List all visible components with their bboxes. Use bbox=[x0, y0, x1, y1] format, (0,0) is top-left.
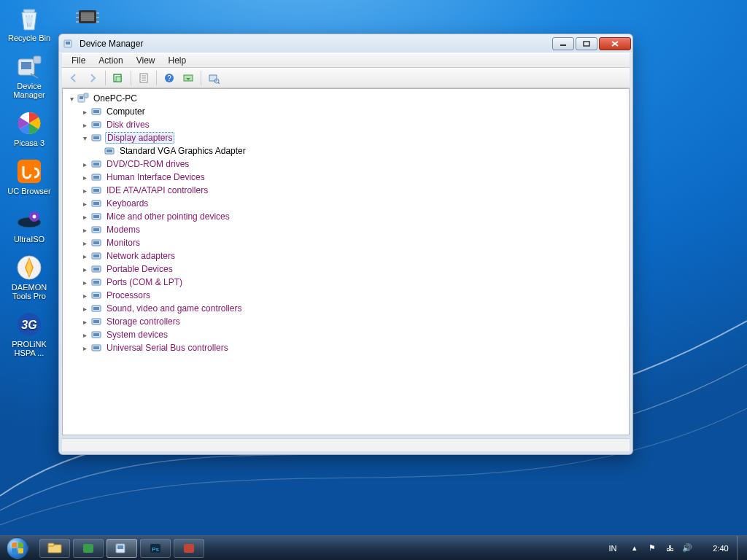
svg-rect-74 bbox=[93, 333, 99, 336]
taskbar-item-explorer[interactable] bbox=[39, 539, 70, 558]
expand-icon[interactable]: ▸ bbox=[80, 199, 89, 208]
desktop-icon-prolink[interactable]: 3G PROLiNK HSPA ... bbox=[4, 309, 54, 357]
tree-node[interactable]: ▸Modems bbox=[63, 223, 629, 236]
tree-node[interactable]: ▸Network adapters bbox=[63, 249, 629, 262]
tray-volume-icon[interactable]: 🔊 bbox=[681, 543, 693, 553]
desktop-icon-picasa[interactable]: Picasa 3 bbox=[4, 108, 54, 147]
menu-action[interactable]: Action bbox=[92, 54, 129, 67]
tree-node[interactable]: ▸Sound, video and game controllers bbox=[63, 302, 629, 315]
device-category-icon bbox=[90, 198, 102, 209]
expand-icon[interactable]: ▸ bbox=[80, 173, 89, 182]
tree-node[interactable]: ▸Portable Devices bbox=[63, 262, 629, 276]
tree-node[interactable]: ▸Storage controllers bbox=[63, 315, 629, 328]
expand-icon[interactable]: ▸ bbox=[80, 225, 89, 234]
svg-rect-72 bbox=[93, 320, 99, 323]
expand-icon[interactable]: ▸ bbox=[80, 186, 89, 195]
tree-node[interactable]: ▾OnePC-PC bbox=[63, 92, 629, 105]
toolbar-show-hidden[interactable] bbox=[109, 70, 127, 86]
tree-node[interactable]: ▾Display adapters bbox=[63, 131, 629, 144]
taskbar-item-app5[interactable] bbox=[174, 539, 204, 558]
show-desktop-button[interactable] bbox=[737, 536, 744, 561]
recycle-bin-icon bbox=[4, 3, 54, 34]
tree-node[interactable]: ▸Monitors bbox=[63, 236, 629, 249]
desktop-icon-ultraiso[interactable]: UltraISO bbox=[4, 204, 54, 244]
expand-icon[interactable]: ▸ bbox=[80, 265, 89, 273]
device-category-icon bbox=[90, 303, 102, 314]
tree-node[interactable]: ▸IDE ATA/ATAPI controllers bbox=[63, 184, 629, 197]
svg-rect-23 bbox=[584, 42, 589, 46]
expand-icon[interactable]: ▸ bbox=[80, 330, 89, 339]
menu-file[interactable]: File bbox=[65, 54, 92, 67]
tree-node[interactable]: ▸Human Interface Devices bbox=[63, 171, 629, 184]
desktop-shortcut-chip[interactable] bbox=[70, 6, 105, 31]
expand-icon[interactable]: ▸ bbox=[80, 291, 89, 300]
expand-icon[interactable]: ▸ bbox=[80, 317, 89, 326]
expand-icon[interactable]: ▸ bbox=[80, 107, 89, 116]
expand-icon[interactable]: ▸ bbox=[80, 343, 89, 352]
tree-view[interactable]: ▾OnePC-PC▸Computer▸Disk drives▾Display a… bbox=[62, 88, 630, 435]
tree-node[interactable]: ▸Ports (COM & LPT) bbox=[63, 276, 629, 289]
toolbar-back[interactable] bbox=[65, 70, 82, 86]
tree-node[interactable]: ▸Universal Serial Bus controllers bbox=[63, 341, 629, 354]
tree-node[interactable]: ▸Processors bbox=[63, 289, 629, 302]
taskbar-item-app2[interactable] bbox=[73, 539, 104, 558]
desktop-icon-device-manager[interactable]: Device Manager bbox=[4, 51, 54, 99]
taskbar-clock[interactable]: 2:40 bbox=[705, 544, 737, 553]
maximize-button[interactable] bbox=[576, 37, 597, 50]
svg-rect-81 bbox=[117, 545, 123, 549]
expand-icon[interactable]: ▸ bbox=[80, 212, 89, 221]
tree-node-label: System devices bbox=[105, 330, 169, 340]
close-button[interactable] bbox=[599, 37, 631, 50]
toolbar-help[interactable]: ? bbox=[160, 70, 178, 86]
tray-network-icon[interactable]: 🖧 bbox=[664, 544, 676, 553]
svg-rect-64 bbox=[93, 268, 99, 271]
tree-node[interactable]: ▸Mice and other pointing devices bbox=[63, 210, 629, 223]
window-icon bbox=[63, 38, 75, 50]
start-button[interactable] bbox=[0, 536, 35, 561]
toolbar-forward[interactable] bbox=[84, 70, 101, 86]
svg-rect-52 bbox=[93, 189, 99, 192]
svg-rect-50 bbox=[93, 176, 99, 179]
expand-icon[interactable]: ▸ bbox=[80, 238, 89, 247]
device-manager-icon bbox=[4, 51, 54, 82]
menu-view[interactable]: View bbox=[130, 54, 162, 67]
toolbar-update-driver[interactable] bbox=[179, 70, 197, 86]
uc-browser-icon bbox=[4, 156, 54, 187]
ultraiso-icon bbox=[4, 204, 54, 235]
menubar: File Action View Help bbox=[62, 53, 630, 68]
svg-rect-84 bbox=[184, 544, 194, 553]
tree-node[interactable]: Standard VGA Graphics Adapter bbox=[63, 144, 629, 158]
svg-rect-25 bbox=[116, 77, 121, 82]
tree-node-label: Display adapters bbox=[105, 132, 174, 144]
expand-icon[interactable]: ▸ bbox=[80, 160, 89, 168]
collapse-icon[interactable]: ▾ bbox=[80, 133, 89, 142]
tray-action-center-icon[interactable]: ⚑ bbox=[646, 543, 658, 553]
svg-rect-42 bbox=[93, 123, 99, 126]
svg-rect-76 bbox=[93, 346, 99, 349]
taskbar-item-device-manager[interactable] bbox=[107, 539, 137, 558]
titlebar[interactable]: Device Manager bbox=[59, 34, 632, 53]
desktop-icon-uc-browser[interactable]: UC Browser bbox=[4, 156, 54, 195]
language-indicator[interactable]: IN bbox=[604, 544, 622, 553]
desktop-icon-daemon-tools[interactable]: DAEMON Tools Pro bbox=[4, 252, 54, 300]
tree-node[interactable]: ▸Computer bbox=[63, 105, 629, 118]
minimize-button[interactable] bbox=[552, 37, 574, 50]
tree-node[interactable]: ▸Disk drives bbox=[63, 118, 629, 131]
expand-icon[interactable]: ▸ bbox=[80, 120, 89, 129]
device-category-icon bbox=[90, 276, 102, 288]
tree-node[interactable]: ▸Keyboards bbox=[63, 197, 629, 210]
tree-node-label: Processors bbox=[105, 290, 152, 300]
collapse-icon[interactable]: ▾ bbox=[67, 94, 76, 103]
taskbar-item-photoshop[interactable]: Ps bbox=[140, 539, 171, 558]
expand-icon[interactable]: ▸ bbox=[80, 304, 89, 313]
toolbar-scan-hardware[interactable] bbox=[205, 70, 222, 86]
tree-node[interactable]: ▸DVD/CD-ROM drives bbox=[63, 158, 629, 171]
desktop-icon-recycle-bin[interactable]: Recycle Bin bbox=[4, 3, 54, 42]
toolbar-properties[interactable] bbox=[135, 70, 152, 86]
expand-icon[interactable]: ▸ bbox=[80, 252, 89, 260]
tree-node-label: Standard VGA Graphics Adapter bbox=[118, 146, 247, 156]
tree-node[interactable]: ▸System devices bbox=[63, 328, 629, 341]
tray-chevron-up-icon[interactable]: ▴ bbox=[629, 543, 640, 553]
menu-help[interactable]: Help bbox=[162, 54, 193, 67]
expand-icon[interactable]: ▸ bbox=[80, 278, 89, 287]
